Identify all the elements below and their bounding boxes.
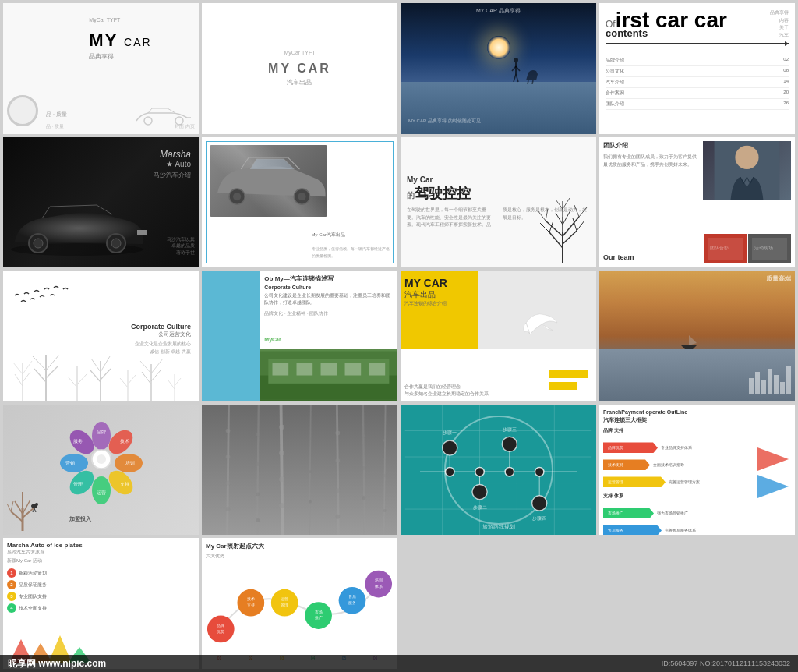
- watermark-right: ID:5604897 NO:20170112111153243032: [662, 660, 790, 667]
- contents-title: contents: [606, 27, 648, 39]
- detail-text: 品牌文化 · 企业精神 · 团队协作: [264, 310, 394, 318]
- card-sunset-photo: MY CAR 品典享得 MY CAR 品典享得 的时候随处可见: [401, 3, 596, 134]
- bar-2: [755, 372, 760, 394]
- step-4: 4 技术全面支持: [7, 603, 47, 613]
- svg-point-132: [309, 437, 312, 440]
- team-left-text: 团队介绍 我们拥有专业的团队成员，致力于为客户提供最优质的服务和产品，携手共创美…: [603, 141, 701, 169]
- brand-desc: 马沙汽车以其卓越的品质著称于世: [148, 236, 195, 256]
- svg-point-168: [532, 496, 547, 511]
- card-cooperation: MY CAR 汽车出品 汽车连锁的综合介绍 合作共赢是我们的经营理念与众多知名企…: [401, 271, 596, 401]
- step-3: 3 专业团队支持: [7, 592, 47, 601]
- svg-point-145: [383, 439, 387, 442]
- table-row: 公司文化08: [606, 66, 789, 77]
- bar-6: [780, 382, 785, 394]
- svg-line-57: [68, 377, 77, 387]
- step-label-4: 技术全面支持: [19, 605, 47, 612]
- svg-point-161: [446, 467, 454, 476]
- process-dots-icon: 步骤一 步骤三 步骤二 步骤四: [401, 405, 596, 536]
- birds-flock-icon: [7, 280, 124, 319]
- team-title: 团队介绍: [603, 141, 701, 151]
- svg-text:优势: 优势: [217, 629, 224, 634]
- mycar-cooperation-title: MY CAR 汽车出品 汽车连锁的综合介绍: [404, 277, 447, 307]
- arrow-desc-4: 强力市场营销推广: [657, 511, 688, 516]
- card-cover-mycar: MyCar TYFT MY CAR 品典享得 品 · 质量 品 · 质量 封面 …: [3, 3, 199, 134]
- svg-text:技术: 技术: [246, 597, 255, 602]
- svg-point-117: [226, 428, 231, 433]
- svg-line-49: [13, 363, 23, 374]
- svg-text:营销: 营销: [65, 461, 75, 465]
- svg-line-24: [540, 223, 549, 232]
- svg-line-73: [168, 380, 175, 389]
- svg-line-58: [77, 373, 87, 384]
- svg-line-34: [563, 210, 570, 225]
- svg-line-37: [563, 198, 570, 209]
- mycar-label: My Car: [407, 175, 433, 184]
- card-ice-plates: Marsha Auto of ice plates 马沙汽车六大冰点 新颖My …: [3, 538, 199, 669]
- corp-text-area: Corporate Culture 公司运营文化 企业文化是企业发展的核心诚信 …: [131, 323, 191, 355]
- brand-subtitle: 品典享得: [89, 52, 151, 61]
- svg-line-71: [151, 359, 163, 373]
- svg-line-21: [563, 231, 577, 244]
- arrow-service: 售后服务: [603, 525, 662, 535]
- svg-point-137: [335, 458, 340, 463]
- svg-point-138: [335, 488, 340, 493]
- step-1: 1 新颖活动策划: [7, 568, 47, 578]
- card-culture-building: Ob My—汽车连锁描述写 Corporate Culture 公司文化建设是企…: [202, 271, 397, 401]
- mycar-title: MY CAR: [89, 30, 151, 51]
- svg-point-0: [144, 117, 152, 125]
- svg-rect-84: [549, 382, 577, 390]
- svg-line-52: [34, 369, 46, 382]
- step-box-3: 3: [7, 592, 16, 601]
- svg-line-6: [514, 74, 516, 82]
- svg-point-164: [535, 467, 543, 476]
- svg-point-127: [279, 424, 284, 430]
- svg-line-61: [101, 369, 111, 380]
- boat-icon: [677, 334, 701, 349]
- team-photo-2: 活动现场: [748, 234, 791, 263]
- card-inside-cover: MyCar TYFT MY CAR 汽车出品: [202, 3, 397, 134]
- card-bamboo: [202, 405, 397, 536]
- corp-culture-label: Corporate Culture: [264, 285, 394, 290]
- svg-point-139: [335, 515, 340, 519]
- section2-label: 支持 体系: [603, 493, 623, 500]
- sun-icon: [487, 36, 510, 59]
- svg-line-66: [128, 375, 136, 384]
- card-corporate-culture: Corporate Culture 公司运营文化 企业文化是企业发展的核心诚信 …: [3, 271, 199, 401]
- cooperation-desc: 合作共赢是我们的经营理念与众多知名企业建立长期稳定的合作关系: [404, 384, 489, 398]
- svg-point-113: [35, 503, 38, 506]
- svg-line-105: [11, 511, 23, 522]
- watermark-left: 昵享网 www.nipic.com: [8, 657, 106, 670]
- svg-text:支持: 支持: [247, 603, 255, 607]
- svg-text:培训: 培训: [125, 460, 135, 465]
- svg-text:步骤四: 步骤四: [532, 516, 546, 521]
- svg-text:培训: 培训: [374, 578, 383, 583]
- bar-4: [768, 369, 772, 394]
- svg-point-12: [34, 239, 43, 248]
- car-silhouette-icon: [3, 191, 151, 261]
- section1-label: 品牌 支持: [603, 427, 623, 434]
- svg-line-144: [384, 405, 386, 536]
- corp-sub-text: 公司文化建设是企业长期发展的重要基础，注重员工培养和团队协作，打造卓越团队。: [264, 292, 394, 306]
- card-our-team: 团队介绍 我们拥有专业的团队成员，致力于为客户提供最优质的服务和产品，携手共创美…: [599, 137, 795, 268]
- svg-line-68: [142, 372, 151, 384]
- svg-point-125: [256, 518, 260, 522]
- main-grid: MyCar TYFT MY CAR 品典享得 品 · 质量 品 · 质量 封面 …: [0, 0, 798, 672]
- svg-point-129: [279, 476, 284, 482]
- card-tree-control: My Car 的驾驶控控 在驾驶的世界里，每一个细节都至关重要。汽车的性能、安全…: [401, 137, 596, 268]
- svg-text:品牌: 品牌: [217, 623, 224, 628]
- bar-5: [774, 375, 779, 394]
- svg-line-26: [577, 221, 584, 231]
- svg-rect-78: [273, 363, 289, 376]
- bottom-caption: MY CAR 品典享得 的时候随处可见: [408, 118, 481, 125]
- contents-divider: [606, 43, 789, 44]
- svg-point-162: [475, 467, 484, 476]
- svg-text:步骤三: 步骤三: [503, 427, 517, 432]
- svg-point-165: [443, 440, 457, 455]
- svg-point-143: [362, 496, 365, 500]
- table-row: 合作案例20: [606, 88, 789, 99]
- svg-point-134: [309, 500, 312, 503]
- svg-point-95: [97, 454, 106, 464]
- svg-point-147: [383, 509, 387, 512]
- six-advantages-label: 六大优势: [206, 553, 224, 560]
- wheel-icon: [7, 95, 38, 126]
